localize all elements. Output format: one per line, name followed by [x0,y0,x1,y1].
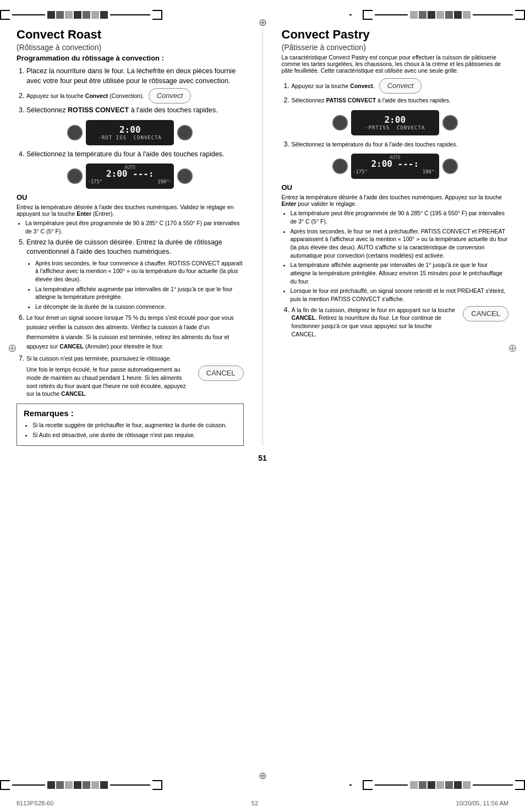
page-content: Convect Roast (Rôtissage à convection) P… [17,28,508,773]
footer-center: 52 [251,800,258,806]
display-panel-2-right: AUTO 2:00 ---: ·175°190°· [282,154,509,179]
display-panel-1-right: 2:00 ·PRTISS CONVECTA [282,110,509,135]
left-steps-list: Placez la nourriture dans le four. La lè… [17,67,244,116]
display-panel-1-left: 2:00 ·ROT ISS CONVECTA [17,120,244,145]
display-knob-left-1b [177,125,193,140]
display-screen-left-1: 2:00 ·ROT ISS CONVECTA [86,120,174,145]
left-step-7: Si la cuisson n'est pas terminée, poursu… [26,354,244,398]
left-crosshair: ⊕ [8,341,17,355]
remarques-title: Remarques : [24,408,237,418]
column-divider [262,28,263,446]
ou-text-right: Entrez la température désirée à l'aide d… [282,194,509,207]
left-step-3: Sélectionnez ROTISS CONVECT à l'aide des… [26,106,244,116]
right-step-3: Sélectionnez la température du four à l'… [292,140,509,150]
display-screen-right-2: AUTO 2:00 ---: ·175°190°· [351,154,439,179]
right-column: Convect Pastry (Pâtisserie à convection)… [282,28,509,446]
right-subtitle: (Pâtisserie à convection) [282,43,509,52]
right-title: Convect Pastry [282,28,509,42]
display-knob-right-2b [442,159,458,174]
left-step-4: Sélectionnez la température du four à l'… [26,150,244,160]
left-step-1: Placez la nourriture dans le four. La lè… [26,67,244,86]
remarques-list: Si la recette suggère de préchauffer le … [24,421,237,439]
right-step-2: Sélectionnez PATISS CONVECT à l'aide des… [292,96,509,106]
right-step-1: Appuyez sur la touche Convect. Convect [292,78,509,94]
right-step-4-list: À la fin de la cuisson, éteignez le four… [282,306,509,339]
display-knob-left-1 [67,125,83,140]
left-steps-4plus: Sélectionnez la température du four à l'… [17,150,244,160]
right-crosshair: ⊕ [508,341,517,355]
display-knob-right-1 [332,115,348,130]
right-steps-list: Appuyez sur la touche Convect. Convect S… [282,78,509,106]
left-subtitle: (Rôtissage à convection) [17,43,244,52]
display-knob-right-2 [332,159,348,174]
page-number: 51 [17,454,508,462]
ou-text-left: Entrez la température désirée à l'aide d… [17,204,244,217]
page-footer: 8113PS28-60 52 10/20/05, 11:56 AM [17,800,508,806]
left-title: Convect Roast [17,28,244,42]
right-step-3-list: Sélectionnez la température du four à l'… [282,140,509,150]
ou-bullets-right: La température peut être programmée de 9… [282,209,509,303]
remarques-box: Remarques : Si la recette suggère de pré… [17,404,244,446]
left-section-bold: Programmation du rôtissage à convection … [17,54,244,62]
left-steps-5-7: Entrez la durée de cuisson désirée. Entr… [17,238,244,398]
bottom-border [0,780,525,790]
display-screen-left-2: AUTO 2:00 ---: ·175°190°· [86,164,174,189]
ou-label-right: OU [282,183,509,192]
left-step-6: Le four émet un signal sonore lorsque 75… [26,313,244,352]
left-step-5: Entrez la durée de cuisson désirée. Entr… [26,238,244,311]
display-knob-right-1b [442,115,458,130]
convect-button-right[interactable]: Convect [379,78,422,94]
left-step-2: Appuyez sur la touche Convect (Convectio… [26,88,244,103]
display-knob-left-2b [177,168,193,184]
footer-right: 10/20/05, 11:56 AM [456,800,508,806]
footer-left: 8113PS28-60 [17,800,53,806]
top-center-crosshair: ⊕ [259,17,267,29]
display-knob-left-2 [67,168,83,184]
display-panel-2-left: AUTO 2:00 ---: ·175°190°· [17,164,244,189]
right-step-4: À la fin de la cuisson, éteignez le four… [292,306,509,339]
cancel-button-right[interactable]: CANCEL [463,306,508,321]
left-column: Convect Roast (Rôtissage à convection) P… [17,28,244,446]
ou-bullets-left: La température peut être programmée de 9… [17,219,244,235]
display-screen-right-1: 2:00 ·PRTISS CONVECTA [351,110,439,135]
cancel-button-left[interactable]: CANCEL [198,366,244,381]
ou-label-left: OU [17,193,244,201]
right-intro: La caractéristique Convect Pastry est co… [282,54,509,74]
convect-button-left[interactable]: Convect [149,88,192,103]
